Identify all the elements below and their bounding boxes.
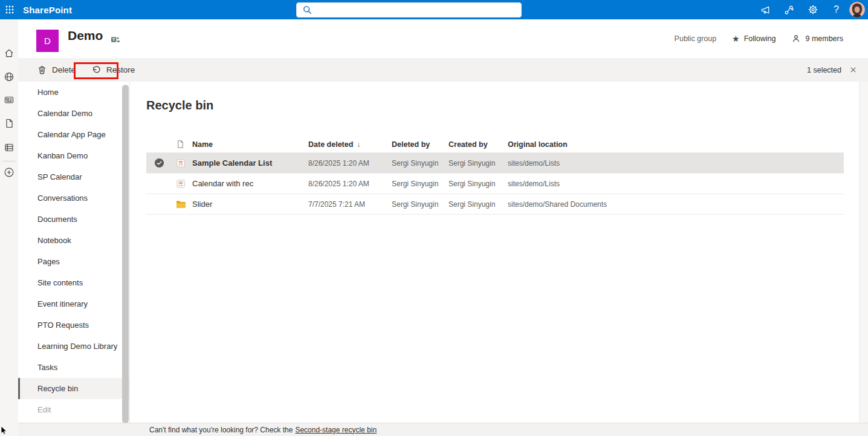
clear-selection-button[interactable] [849, 66, 857, 74]
table-row[interactable]: Sample Calendar List 8/26/2025 1:20 AM S… [146, 153, 844, 174]
selection-status: 1 selected [807, 58, 857, 82]
delete-button[interactable]: Delete [29, 58, 83, 82]
suite-bar-icons: ? [754, 0, 868, 19]
item-date-deleted: 8/26/2025 1:20 AM [308, 180, 392, 188]
sidebar-nav-item-label: Calendar App Page [37, 130, 106, 139]
site-title[interactable]: Demo [68, 28, 103, 43]
table-row[interactable]: Calendar with rec 8/26/2025 1:20 AM Serg… [146, 174, 844, 194]
second-stage-recycle-bin-link[interactable]: Second-stage recycle bin [295, 426, 377, 434]
trash-icon [37, 65, 47, 75]
sidebar-nav-item[interactable]: Calendar Demo [18, 103, 129, 124]
sidebar-nav-item[interactable]: Conversations [18, 187, 129, 209]
linked-nodes-icon [783, 4, 795, 16]
site-header-right: Public group ★ Following 9 members [675, 19, 843, 58]
footer-text: Can't find what you're looking for? Chec… [149, 426, 293, 434]
item-original-location: sites/demo/Shared Documents [508, 200, 844, 209]
check-circle-icon[interactable] [154, 158, 164, 168]
item-deleted-by: Sergi Sinyugin [392, 159, 449, 168]
restore-label: Restore [106, 65, 135, 74]
site-header: D Demo Public group ★ Following [18, 19, 868, 58]
sidebar-nav-item[interactable]: Tasks [18, 357, 129, 378]
globe-icon[interactable] [0, 66, 18, 88]
site-logo[interactable]: D [36, 30, 59, 52]
sidebar-nav-item-label: Home [37, 88, 59, 97]
sidebar-nav-item[interactable]: Learning Demo Library [18, 336, 129, 357]
item-created-by: Sergi Sinyugin [449, 159, 508, 168]
star-icon: ★ [732, 34, 740, 43]
item-created-by: Sergi Sinyugin [449, 180, 508, 188]
privacy-label: Public group [675, 34, 717, 43]
teams-icon [111, 35, 120, 44]
sidebar-nav-item-label: Conversations [37, 194, 88, 203]
waffle-icon [5, 5, 15, 15]
column-header-name[interactable]: Name [192, 140, 308, 149]
command-bar: Delete Restore 1 selected [18, 58, 868, 82]
app-launcher-button[interactable] [0, 0, 19, 19]
sidebar-nav-item-label: Kanban Demo [37, 151, 88, 160]
column-header-created-by[interactable]: Created by [449, 140, 508, 149]
sidebar-scrollbar[interactable] [122, 85, 129, 423]
lists-icon[interactable] [0, 137, 18, 158]
gear-icon [808, 4, 818, 15]
search-box[interactable] [296, 2, 522, 18]
list-icon [176, 158, 186, 168]
sort-desc-icon: ↓ [357, 140, 360, 149]
account-avatar[interactable] [849, 2, 865, 18]
sidebar-nav-item-label: SP Calendar [37, 172, 82, 181]
sidebar-nav-item[interactable]: PTO Requests [18, 314, 129, 336]
sidebar-nav-item[interactable]: SP Calendar [18, 166, 129, 187]
column-header-deleted-by[interactable]: Deleted by [392, 140, 449, 149]
item-name: Calendar with rec [192, 179, 308, 188]
news-icon[interactable] [0, 89, 18, 111]
table-header: Name Date deleted ↓ Deleted by Created b… [146, 136, 844, 153]
sidebar-nav-item[interactable]: Documents [18, 209, 129, 230]
sidebar-nav-item-label: Site contents [37, 278, 83, 287]
following-button[interactable]: ★ Following [732, 34, 776, 43]
members-button[interactable]: 9 members [791, 34, 843, 44]
table-body: Sample Calendar List 8/26/2025 1:20 AM S… [146, 153, 844, 215]
sidebar-nav-item-label: Recycle bin [37, 384, 78, 393]
sidebar-nav-item[interactable]: Event itinerary [18, 293, 129, 314]
megaphone-icon [760, 4, 771, 16]
sidebar-nav-item[interactable]: Site contents [18, 272, 129, 293]
item-name: Slider [192, 200, 308, 209]
sidebar-nav-item-label: Calendar Demo [37, 109, 92, 118]
delete-label: Delete [52, 65, 76, 74]
item-deleted-by: Sergi Sinyugin [392, 180, 449, 188]
sidebar-nav-item-label: Documents [37, 215, 77, 224]
sidebar-nav-item[interactable]: Pages [18, 251, 129, 272]
home-icon[interactable] [0, 42, 18, 64]
main-content: Recycle bin Name Date deleted ↓ [130, 82, 859, 423]
question-mark-icon: ? [834, 4, 839, 15]
add-icon[interactable] [0, 161, 18, 183]
recycle-bin-table: Name Date deleted ↓ Deleted by Created b… [146, 136, 844, 215]
connections-button[interactable] [777, 0, 801, 19]
sidebar-nav-item[interactable]: Home [18, 82, 129, 103]
column-header-date-deleted[interactable]: Date deleted ↓ [308, 140, 392, 149]
column-header-original-location[interactable]: Original location [508, 140, 844, 149]
suite-bar: SharePoint [0, 0, 868, 19]
sidebar-nav-item[interactable]: Kanban Demo [18, 145, 129, 166]
help-button[interactable]: ? [824, 0, 848, 19]
left-app-rail [0, 19, 18, 436]
list-icon [176, 179, 186, 189]
sidebar-nav-item[interactable]: Recycle bin [18, 378, 129, 399]
sidebar-nav-item-label: Notebook [37, 236, 71, 245]
restore-button[interactable]: Restore [83, 58, 143, 82]
settings-button[interactable] [801, 0, 824, 19]
app-name[interactable]: SharePoint [23, 5, 72, 15]
footer-bar: Can't find what you're looking for? Chec… [18, 423, 868, 436]
sidebar-nav-item[interactable]: Calendar App Page [18, 124, 129, 145]
page-scrollbar-track[interactable] [859, 82, 868, 436]
sidebar-nav-item-label: Pages [37, 257, 60, 266]
sidebar-nav-item[interactable]: Edit [18, 399, 129, 420]
item-deleted-by: Sergi Sinyugin [392, 200, 449, 209]
announcements-button[interactable] [754, 0, 777, 19]
file-type-column-icon [176, 140, 185, 149]
search-input[interactable] [313, 3, 521, 17]
sidebar-nav-item-label: Event itinerary [37, 299, 88, 308]
sidebar-nav-item[interactable]: Notebook [18, 230, 129, 251]
sharepoint-recycle-bin-page: SharePoint [0, 0, 868, 436]
document-icon[interactable] [0, 112, 18, 134]
table-row[interactable]: Slider 7/7/2025 7:21 AM Sergi Sinyugin S… [146, 194, 844, 215]
